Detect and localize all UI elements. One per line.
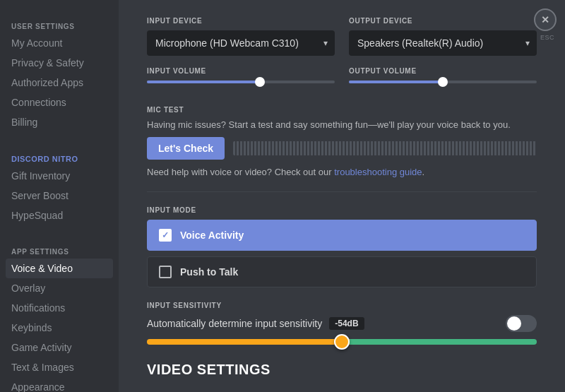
sidebar-item-overlay[interactable]: Overlay (6, 278, 113, 298)
sidebar-item-game-activity[interactable]: Game Activity (6, 338, 113, 357)
close-icon: ✕ (541, 14, 549, 25)
mic-test-section: MIC TEST Having mic issues? Start a test… (147, 106, 537, 177)
sidebar-item-connections[interactable]: Connections (6, 93, 113, 112)
voice-activity-label: Voice Activity (180, 230, 244, 241)
input-sensitivity-section: INPUT SENSITIVITY Automatically determin… (147, 302, 537, 345)
main-content: ✕ ESC INPUT DEVICE DefaultMicrophone (HD… (119, 0, 565, 392)
troubleshoot-link[interactable]: troubleshooting guide (334, 167, 422, 177)
output-device-select[interactable]: DefaultSpeakers (Realtek(R) Audio) (349, 30, 537, 56)
close-button[interactable]: ✕ (534, 8, 557, 31)
sensitivity-toggle[interactable] (506, 315, 537, 332)
input-mode-label: INPUT MODE (147, 206, 537, 214)
output-volume-label: OUTPUT VOLUME (349, 67, 537, 75)
voice-activity-option[interactable]: Voice Activity (147, 220, 537, 251)
output-volume-thumb[interactable] (438, 77, 448, 87)
sidebar-item-notifications[interactable]: Notifications (6, 298, 113, 318)
video-settings-title: VIDEO SETTINGS (147, 362, 537, 378)
sensitivity-header: Automatically determine input sensitivit… (147, 315, 537, 332)
sidebar-item-hype-squad[interactable]: HypeSquad (6, 206, 113, 225)
sidebar-item-appearance[interactable]: Appearance (6, 377, 113, 392)
push-to-talk-checkbox[interactable] (159, 266, 172, 278)
output-volume-col: OUTPUT VOLUME (349, 67, 537, 83)
sidebar-item-text-images[interactable]: Text & Images (6, 357, 113, 377)
lets-check-button[interactable]: Let's Check (147, 137, 225, 160)
sensitivity-left: Automatically determine input sensitivit… (147, 317, 364, 330)
input-volume-thumb[interactable] (255, 77, 265, 87)
mic-test-description: Having mic issues? Start a test and say … (147, 119, 537, 130)
divider-1 (147, 191, 537, 192)
mic-visualizer (233, 141, 537, 155)
sensitivity-thumb[interactable] (334, 334, 350, 350)
sidebar-item-account[interactable]: My Account (6, 33, 113, 53)
sidebar-item-billing[interactable]: Billing (6, 112, 113, 132)
input-device-label: INPUT DEVICE (147, 17, 335, 25)
output-volume-fill (349, 81, 443, 83)
device-row: INPUT DEVICE DefaultMicrophone (HD Webca… (147, 17, 537, 56)
input-volume-col: INPUT VOLUME (147, 67, 335, 83)
output-device-col: OUTPUT DEVICE DefaultSpeakers (Realtek(R… (349, 17, 537, 56)
sidebar-item-voice-video[interactable]: Voice & Video (6, 259, 113, 278)
sidebar-item-gift-inventory[interactable]: Gift Inventory (6, 166, 113, 186)
input-volume-track[interactable] (147, 81, 335, 83)
sensitivity-track[interactable] (147, 339, 537, 345)
mic-test-label: MIC TEST (147, 106, 537, 114)
input-volume-label: INPUT VOLUME (147, 67, 335, 75)
sidebar: USER SETTINGS My Account Privacy & Safet… (0, 0, 119, 392)
db-badge: -54dB (329, 317, 364, 330)
sidebar-item-keybinds[interactable]: Keybinds (6, 318, 113, 338)
sidebar-item-server-boost[interactable]: Server Boost (6, 186, 113, 206)
input-sensitivity-label: INPUT SENSITIVITY (147, 302, 537, 309)
input-device-col: INPUT DEVICE DefaultMicrophone (HD Webca… (147, 17, 335, 56)
output-volume-track[interactable] (349, 81, 537, 83)
volume-row: INPUT VOLUME OUTPUT VOLUME (147, 67, 537, 95)
mic-help-text: Need help with voice or video? Check out… (147, 167, 537, 177)
output-device-label: OUTPUT DEVICE (349, 17, 537, 25)
video-settings-section: VIDEO SETTINGS CAMERA Logitech HD Webcam… (147, 362, 537, 392)
app-settings-label: APP SETTINGS (6, 237, 113, 259)
esc-label: ESC (540, 34, 554, 41)
voice-activity-checkbox[interactable] (159, 229, 172, 242)
input-mode-section: INPUT MODE Voice Activity Push to Talk (147, 206, 537, 287)
sensitivity-toggle-knob (507, 316, 521, 331)
input-volume-fill (147, 81, 260, 83)
push-to-talk-label: Push to Talk (180, 266, 238, 278)
discord-nitro-label: Discord Nitro (6, 143, 113, 166)
push-to-talk-option[interactable]: Push to Talk (147, 256, 537, 287)
input-device-select[interactable]: DefaultMicrophone (HD Webcam C310) (147, 30, 335, 56)
mic-test-row: Let's Check (147, 137, 537, 160)
sidebar-item-authorized-apps[interactable]: Authorized Apps (6, 73, 113, 93)
sidebar-item-privacy-safety[interactable]: Privacy & Safety (6, 53, 113, 73)
input-device-wrapper: DefaultMicrophone (HD Webcam C310) ▾ (147, 30, 335, 56)
auto-sensitivity-label: Automatically determine input sensitivit… (147, 318, 322, 329)
user-settings-label: USER SETTINGS (6, 11, 113, 33)
output-device-wrapper: DefaultSpeakers (Realtek(R) Audio) ▾ (349, 30, 537, 56)
